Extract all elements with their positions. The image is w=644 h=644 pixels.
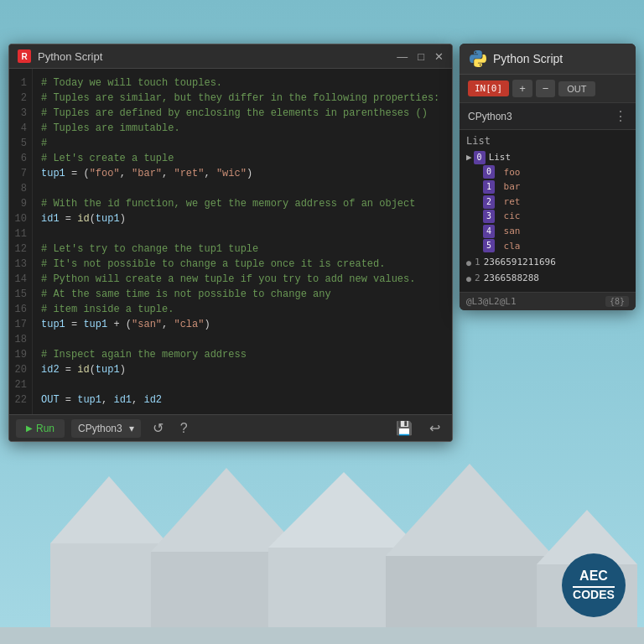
tree-expand-icon[interactable]: ▶ (466, 150, 472, 165)
tree-extra-1: ● 2 2366588288 (466, 271, 629, 287)
tree-extra-value-0: 2366591211696 (484, 255, 556, 271)
tree-root: ▶ 0 List (466, 150, 629, 165)
house-scene (0, 409, 644, 644)
svg-marker-4 (268, 472, 419, 548)
maximize-button[interactable]: □ (418, 50, 424, 63)
code-line-2: # Tuples are similar, but they differ in… (41, 91, 444, 106)
refresh-icon[interactable]: ↺ (148, 418, 169, 438)
code-line-6: # Let's create a tuple (41, 151, 444, 166)
code-area[interactable]: # Today we will touch touples. # Tuples … (33, 69, 452, 414)
tree-item-0: 0 foo (483, 165, 629, 180)
tree-item-5: 5 cla (483, 239, 629, 254)
panel-header: Python Script (460, 44, 636, 75)
list-tree: ▶ 0 List 0 foo 1 bar 2 ret 3 (466, 150, 629, 287)
tree-item-index-4: 4 (483, 225, 495, 238)
tree-item-value-5: cla (498, 239, 521, 254)
panel-list-area: List ▶ 0 List 0 foo 1 bar 2 ret (460, 130, 636, 292)
run-button[interactable]: Run (16, 419, 65, 438)
code-line-7: tup1 = ("foo", "bar", "ret", "wic") (41, 166, 444, 181)
code-line-17: tup1 = tup1 + ("san", "cla") (41, 317, 444, 332)
tree-item-value-2: ret (498, 195, 521, 210)
tree-item-value-4: san (498, 224, 521, 239)
svg-text:CODES: CODES (573, 588, 615, 601)
status-badge: {8} (605, 296, 629, 307)
code-line-18 (41, 332, 444, 347)
close-button[interactable]: ✕ (434, 50, 444, 63)
tree-item-index-1: 1 (483, 180, 495, 194)
code-line-16: # item inside a tuple. (41, 302, 444, 317)
code-line-5: # (41, 136, 444, 151)
code-line-3: # Tuples are defined by enclosing the el… (41, 106, 444, 121)
in-button[interactable]: IN[0] (468, 80, 509, 96)
status-position: @L3@L2@L1 (466, 296, 517, 307)
code-line-12: # Let's try to change the tup1 tuple (41, 242, 444, 257)
svg-marker-6 (386, 464, 553, 556)
window-controls: — □ ✕ (397, 50, 444, 63)
code-line-8 (41, 181, 444, 196)
tree-extra-0: ● 1 2366591211696 (466, 255, 629, 271)
code-line-13: # It's not possible to change a tuple on… (41, 257, 444, 272)
aec-logo: AEC CODES (560, 552, 627, 619)
tree-item-4: 4 san (483, 224, 629, 239)
aec-logo-icon: AEC CODES (560, 552, 627, 619)
code-line-22: OUT = tup1, id1, id2 (41, 392, 444, 408)
tree-item-3: 3 cic (483, 209, 629, 224)
editor-toolbar: Run CPython3 ▾ ↺ ? 💾 ↩ (9, 414, 452, 441)
undo-icon[interactable]: ↩ (424, 418, 445, 438)
editor-window: R Python Script — □ ✕ 12345 678910 11121… (8, 44, 453, 442)
code-line-19: # Inspect again the memory address (41, 347, 444, 362)
code-line-1: # Today we will touch touples. (41, 75, 444, 91)
code-line-4: # Tuples are immutable. (41, 121, 444, 136)
tree-item-index-2: 2 (483, 195, 495, 209)
tree-item-1: 1 bar (483, 179, 629, 195)
tree-item-value-0: foo (498, 165, 521, 180)
tree-root-index: 0 (474, 151, 486, 164)
svg-rect-10 (0, 627, 644, 644)
plus-button[interactable]: + (512, 80, 532, 97)
panel-status: @L3@L2@L1 {8} (460, 292, 636, 310)
code-line-11 (41, 226, 444, 242)
editor-app-icon: R (18, 49, 31, 63)
interpreter-select[interactable]: CPython3 ▾ (71, 419, 141, 438)
code-line-9: # With the id function, we get the memor… (41, 196, 444, 211)
editor-title: Python Script (38, 50, 102, 63)
line-numbers: 12345 678910 1112131415 1617181920 2122 (9, 69, 33, 414)
tree-item-index-0: 0 (483, 165, 495, 179)
panel-title: Python Script (493, 52, 563, 65)
help-icon[interactable]: ? (175, 419, 193, 438)
code-line-21 (41, 377, 444, 392)
out-button[interactable]: OUT (558, 81, 595, 96)
code-line-15: # At the same time is not possible to ch… (41, 287, 444, 302)
editor-body: 12345 678910 1112131415 1617181920 2122 … (9, 69, 452, 414)
tree-root-label: List (489, 150, 512, 165)
interpreter-name: CPython3 (468, 111, 512, 122)
tree-item-value-1: bar (498, 179, 521, 195)
panel-interpreter: CPython3 ⋮ (460, 103, 636, 130)
tree-item-index-3: 3 (483, 210, 495, 223)
tree-extra-value-1: 2366588288 (484, 271, 539, 287)
svg-text:AEC: AEC (579, 569, 608, 583)
bullet-icon-0: ● (466, 256, 471, 270)
list-header: List (466, 135, 629, 147)
svg-marker-0 (50, 476, 168, 543)
titlebar-left: R Python Script (18, 49, 102, 63)
save-icon[interactable]: 💾 (391, 418, 418, 438)
interpreter-menu-button[interactable]: ⋮ (614, 108, 627, 124)
tree-item-2: 2 ret (483, 195, 629, 210)
bullet-icon-1: ● (466, 272, 471, 286)
panel-window: Python Script IN[0] + − OUT CPython3 ⋮ L… (460, 44, 636, 310)
minimize-button[interactable]: — (397, 50, 408, 63)
code-line-20: id2 = id(tup1) (41, 362, 444, 377)
tree-item-index-5: 5 (483, 239, 495, 252)
tree-item-value-3: cic (498, 209, 521, 224)
panel-controls: IN[0] + − OUT (460, 75, 636, 103)
editor-titlebar: R Python Script — □ ✕ (9, 44, 452, 69)
code-line-10: id1 = id(tup1) (41, 211, 444, 226)
svg-point-11 (562, 553, 626, 617)
minus-button[interactable]: − (536, 80, 556, 97)
code-line-14: # Python will create a new tuple if you … (41, 272, 444, 287)
python-logo-icon (470, 50, 486, 67)
